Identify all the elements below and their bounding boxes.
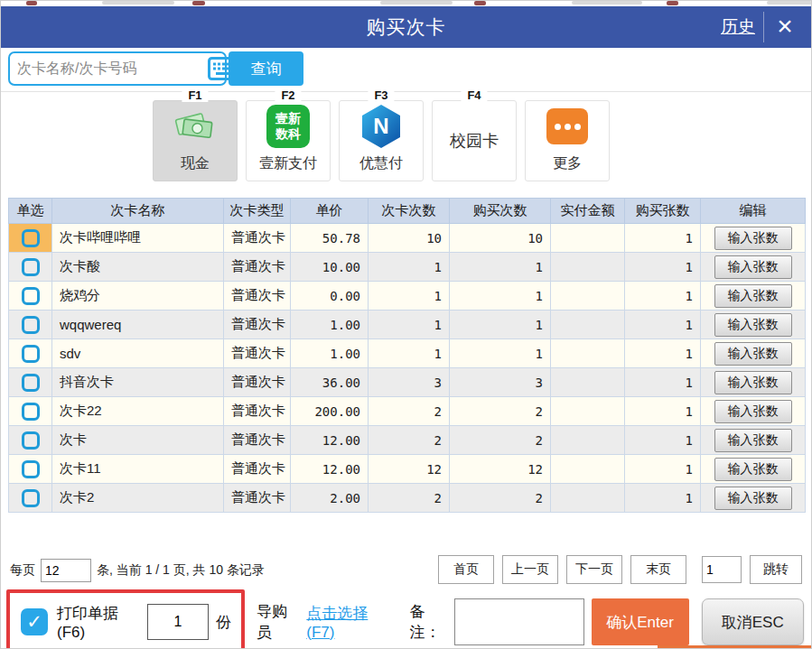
header-card-times: 次卡次数: [369, 199, 450, 224]
row-checkbox[interactable]: [22, 229, 40, 247]
cell-unit-price: 50.78: [291, 224, 369, 253]
header-card-name: 次卡名称: [52, 199, 224, 224]
cell-card-times: 12: [369, 455, 450, 484]
card-table-body: 次卡哔哩哔哩普通次卡50.7810101输入张数次卡酸普通次卡10.00111输…: [9, 224, 806, 513]
input-qty-button[interactable]: 输入张数: [714, 342, 792, 366]
pay-method-campus-card[interactable]: F4 校园卡: [432, 100, 517, 181]
pay-method-label: 现金: [181, 154, 210, 173]
per-page-input[interactable]: [41, 559, 91, 582]
cell-unit-price: 12.00: [291, 455, 369, 484]
remark-label: 备注：: [409, 601, 450, 643]
cell-card-times: 2: [369, 484, 450, 513]
last-page-button[interactable]: 末页: [630, 555, 686, 584]
input-qty-button[interactable]: 输入张数: [714, 487, 792, 510]
pay-method-label: 壹新支付: [259, 154, 317, 173]
background-window-fragment: [102, 1, 174, 5]
select-cell: [9, 253, 52, 282]
cell-card-times: 10: [369, 224, 450, 253]
cell-card-name: 次卡22: [52, 397, 224, 426]
pagination-info: 每页 条, 当前 1 / 1 页, 共 10 条记录: [10, 559, 265, 582]
dialog-title: 购买次卡: [1, 6, 811, 48]
jump-button[interactable]: 跳转: [750, 555, 802, 584]
buy-card-dialog: 购买次卡 历史 × 查询 F1: [0, 0, 812, 649]
pay-method-yixin[interactable]: F2 壹新 数科 壹新支付: [246, 100, 331, 181]
input-qty-button[interactable]: 输入张数: [714, 371, 792, 394]
select-cell: [9, 368, 52, 397]
cell-buy-qty: 1: [625, 426, 701, 455]
row-checkbox[interactable]: [22, 460, 40, 478]
print-receipt-checkbox[interactable]: ✓: [21, 608, 48, 635]
pay-method-youhuifu[interactable]: F3 N 优慧付: [339, 100, 424, 181]
cell-card-type: 普通次卡: [224, 224, 291, 253]
background-window-fragment: [667, 1, 678, 5]
cell-buy-times: 10: [450, 224, 551, 253]
cell-card-name: sdv: [52, 339, 224, 368]
select-cell: [9, 339, 52, 368]
row-checkbox[interactable]: [22, 489, 40, 507]
input-qty-button[interactable]: 输入张数: [714, 227, 792, 250]
fkey-label: F1: [182, 88, 208, 102]
cell-card-times: 2: [369, 397, 450, 426]
cell-buy-qty: 1: [625, 224, 701, 253]
copies-input[interactable]: [147, 604, 209, 640]
cell-buy-times: 2: [450, 397, 551, 426]
cell-card-times: 1: [369, 282, 450, 311]
close-icon[interactable]: ×: [766, 6, 804, 48]
input-qty-button[interactable]: 输入张数: [714, 400, 792, 423]
pay-method-more[interactable]: 更多: [525, 100, 610, 181]
input-qty-button[interactable]: 输入张数: [714, 313, 792, 337]
history-link[interactable]: 历史: [721, 6, 755, 48]
table-row: 次卡11普通次卡12.0012121输入张数: [9, 455, 806, 484]
cell-card-name: 抖音次卡: [52, 368, 224, 397]
cell-card-type: 普通次卡: [224, 426, 291, 455]
select-cell: [9, 455, 52, 484]
guide-select-link[interactable]: 点击选择(F7): [306, 603, 386, 642]
cell-card-type: 普通次卡: [224, 484, 291, 513]
header-edit: 编辑: [701, 199, 806, 224]
cell-unit-price: 12.00: [291, 426, 369, 455]
table-row: wqqwereq普通次卡1.00111输入张数: [9, 311, 806, 339]
remark-input[interactable]: [454, 598, 584, 645]
background-window-fragment: [474, 1, 486, 5]
background-window-fragment: [380, 1, 453, 5]
cancel-button[interactable]: 取消ESC: [702, 598, 804, 645]
cell-buy-times: 2: [450, 484, 551, 513]
cell-edit: 输入张数: [701, 397, 806, 426]
row-checkbox[interactable]: [22, 258, 40, 276]
jump-page-input[interactable]: [702, 556, 742, 583]
confirm-button[interactable]: 确认Enter: [592, 598, 689, 645]
background-window-fragment: [572, 1, 642, 5]
row-checkbox[interactable]: [22, 316, 40, 334]
cash-icon: [173, 104, 218, 149]
input-qty-button[interactable]: 输入张数: [714, 458, 792, 481]
select-cell: [9, 282, 52, 311]
cell-paid-amount: [551, 426, 625, 455]
row-checkbox[interactable]: [22, 287, 40, 305]
search-field-wrap: [8, 51, 227, 86]
cell-edit: 输入张数: [701, 339, 806, 368]
row-checkbox[interactable]: [22, 374, 40, 392]
first-page-button[interactable]: 首页: [438, 555, 494, 584]
card-table: 单选 次卡名称 次卡类型 单价 次卡次数 购买次数 实付金额 购买张数 编辑 次…: [8, 198, 806, 513]
row-checkbox[interactable]: [22, 345, 40, 363]
cell-unit-price: 2.00: [291, 484, 369, 513]
cell-buy-qty: 1: [625, 339, 701, 368]
more-dots-icon: [546, 104, 588, 149]
guide-label: 导购员: [257, 601, 297, 643]
row-checkbox[interactable]: [22, 431, 40, 450]
cell-edit: 输入张数: [701, 282, 806, 311]
background-window-fragment: [767, 1, 812, 5]
input-qty-button[interactable]: 输入张数: [714, 429, 792, 452]
cell-card-times: 1: [369, 339, 450, 368]
table-header-row: 单选 次卡名称 次卡类型 单价 次卡次数 购买次数 实付金额 购买张数 编辑: [9, 199, 806, 224]
pay-method-label: 优慧付: [359, 154, 403, 173]
input-qty-button[interactable]: 输入张数: [714, 255, 792, 279]
per-page-label: 每页: [10, 562, 35, 579]
prev-page-button[interactable]: 上一页: [502, 555, 558, 584]
input-qty-button[interactable]: 输入张数: [714, 284, 792, 308]
row-checkbox[interactable]: [22, 403, 40, 421]
next-page-button[interactable]: 下一页: [566, 555, 622, 584]
search-input[interactable]: [10, 56, 208, 81]
query-button[interactable]: 查询: [229, 51, 303, 86]
pay-method-cash[interactable]: F1 现金: [153, 100, 238, 181]
